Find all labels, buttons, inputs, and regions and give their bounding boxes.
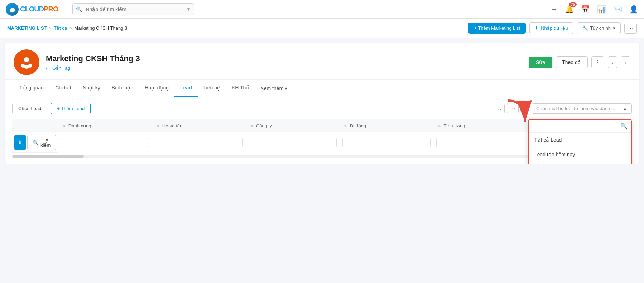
chon-lead-button[interactable]: Chọn Lead	[12, 103, 47, 114]
logo-icon	[6, 3, 19, 16]
tab-nhat-ky[interactable]: Nhật ký	[77, 80, 106, 97]
chevron-down-icon: ▼	[187, 7, 191, 12]
th-danh-xung[interactable]: ⇅ Danh xưng	[58, 119, 152, 132]
them-lead-button[interactable]: + Thêm Lead	[51, 103, 91, 114]
tab-lead[interactable]: Lead	[174, 80, 198, 97]
download-icon: ⬇	[535, 25, 539, 31]
breadcrumb-all[interactable]: Tất cả	[54, 25, 67, 31]
tab-chi-tiet[interactable]: Chi tiết	[49, 80, 77, 97]
th-cong-ty[interactable]: ⇅ Công ty	[246, 119, 340, 132]
bell-icon[interactable]: 🔔 75	[565, 5, 574, 14]
th-cong-ty-label: Công ty	[256, 123, 272, 128]
th-danh-xung-label: Danh xưng	[68, 123, 91, 128]
filter-placeholder-text: Chọn một bộ lọc để thêm vào danh ...	[536, 106, 623, 111]
breadcrumb-bar: MARKETING LIST > Tất cả > Marketing CKSH…	[0, 19, 644, 38]
nav-actions: ＋ 🔔 75 📅 📊 ✉️ 👤	[551, 4, 638, 14]
record-avatar	[14, 49, 39, 75]
search-input[interactable]	[72, 3, 194, 15]
tab-binh-luan[interactable]: Bình luận	[106, 80, 139, 97]
top-navigation: CLOUDPRO 🔍 ▼ ＋ 🔔 75 📅 📊 ✉️ 👤	[0, 0, 644, 19]
next-page-button[interactable]: ›	[521, 104, 529, 113]
svg-point-7	[28, 64, 32, 68]
sort-icon: ⇅	[156, 124, 159, 128]
tabs-row: Tổng quan Chi tiết Nhật ký Bình luận Hoạ…	[5, 80, 639, 97]
breadcrumb-sep1: >	[49, 25, 52, 31]
search-ho-va-ten-input[interactable]	[155, 138, 243, 147]
sort-icon: ⇅	[62, 124, 66, 128]
search-icon: 🔍	[76, 6, 82, 12]
svg-point-3	[11, 8, 13, 10]
more-actions-button[interactable]: ⋯	[507, 104, 519, 113]
tag-link[interactable]: 🏷 Gắn Tag	[46, 65, 140, 71]
tab-xem-them[interactable]: Xem thêm ▾	[255, 80, 293, 96]
tab-tong-quan[interactable]: Tổng quan	[14, 80, 49, 97]
record-title: Marketing CKSH Tháng 3	[46, 54, 140, 63]
tab-lien-he[interactable]: Liên hệ	[198, 80, 226, 97]
logo: CLOUDPRO	[6, 3, 58, 16]
filter-dropdown: Chọn một bộ lọc để thêm vào danh ... ▲ 🔍…	[532, 103, 632, 114]
prev-record-button[interactable]: ‹	[608, 56, 617, 68]
logo-text: CLOUDPRO	[20, 5, 58, 13]
tab-hoat-dong[interactable]: Hoạt động	[139, 80, 174, 97]
record-info: Marketing CKSH Tháng 3 🏷 Gắn Tag	[46, 54, 140, 71]
search-tinh-trang-cell	[433, 132, 527, 153]
th-tinh-trang[interactable]: ⇅ Tình trạng	[433, 119, 527, 132]
customize-label: Tùy chỉnh	[590, 25, 611, 31]
th-di-dong[interactable]: ⇅ Di động	[340, 119, 433, 132]
search-button[interactable]: 🔍 Tìm kiếm	[27, 135, 56, 150]
breadcrumb-root[interactable]: MARKETING LIST	[7, 25, 47, 31]
add-marketing-list-button[interactable]: + Thêm Marketing List	[468, 23, 526, 34]
wrench-icon: 🔧	[582, 25, 588, 31]
envelope-icon[interactable]: ✉️	[613, 5, 622, 14]
svg-point-4	[24, 57, 29, 62]
sort-icon: ⇅	[438, 124, 441, 128]
xem-them-label: Xem thêm	[260, 86, 283, 91]
download-button[interactable]: ⬇	[14, 135, 26, 150]
next-record-button[interactable]: ›	[621, 56, 630, 68]
lead-toolbar: Chọn Lead + Thêm Lead ‹ ⋯ › Chọn một bộ …	[12, 103, 632, 114]
plus-icon[interactable]: ＋	[551, 4, 558, 14]
th-checkbox	[12, 119, 58, 132]
follow-button[interactable]: Theo dõi	[556, 56, 587, 68]
scrollbar-thumb	[12, 155, 84, 158]
search-ho-va-ten-cell	[152, 132, 246, 153]
breadcrumb-current: Marketing CKSH Tháng 3	[74, 25, 127, 31]
search-di-dong-input[interactable]	[342, 138, 431, 147]
record-header: Marketing CKSH Tháng 3 🏷 Gắn Tag Sửa The…	[5, 43, 639, 80]
prev-page-button[interactable]: ‹	[496, 104, 504, 113]
th-ho-va-ten-label: Họ và tên	[162, 123, 182, 128]
chevron-down-icon: ▾	[613, 25, 615, 31]
calendar-icon[interactable]: 📅	[581, 5, 590, 14]
search-cong-ty-input[interactable]	[249, 138, 337, 147]
more-options-button[interactable]: ⋮	[591, 56, 604, 68]
dropdown-item-tat-ca-lead[interactable]: Tất cả Lead	[529, 133, 631, 147]
search-danh-xung-input[interactable]	[61, 138, 149, 147]
filter-input-wrap[interactable]: Chọn một bộ lọc để thêm vào danh ... ▲	[532, 103, 632, 114]
chevron-down-icon: ▾	[285, 86, 287, 91]
search-button-label: Tìm kiếm	[40, 137, 51, 148]
search-tinh-trang-input[interactable]	[436, 138, 524, 147]
sort-icon: ⇅	[250, 124, 253, 128]
chart-icon[interactable]: 📊	[597, 5, 606, 14]
th-ho-va-ten[interactable]: ⇅ Họ và tên	[152, 119, 246, 132]
search-actions-cell: ⬇ 🔍 Tìm kiếm	[12, 132, 58, 153]
notification-badge: 75	[569, 2, 577, 7]
customize-button[interactable]: 🔧 Tùy chỉnh ▾	[577, 22, 621, 34]
edit-button[interactable]: Sửa	[529, 57, 552, 68]
breadcrumb-nav-dots[interactable]: ⋯	[624, 23, 637, 34]
search-bar[interactable]: 🔍 ▼	[72, 3, 194, 15]
logo-area: CLOUDPRO	[6, 3, 58, 16]
main-content: Marketing CKSH Tháng 3 🏷 Gắn Tag Sửa The…	[5, 43, 639, 164]
dropdown-item-lead-tao-hom-nay[interactable]: Lead tạo hôm nay	[529, 147, 631, 162]
import-data-button[interactable]: ⬇ Nhập dữ liệu	[529, 22, 573, 34]
toolbar-right: ‹ ⋯ › Chọn một bộ lọc để thêm vào danh .…	[496, 103, 632, 114]
breadcrumb-sep2: >	[69, 25, 72, 31]
breadcrumb-actions: + Thêm Marketing List ⬇ Nhập dữ liệu 🔧 T…	[468, 22, 637, 34]
dropdown-item-lead-tao-tuan-nay[interactable]: Lead tạo tuần này	[529, 162, 631, 164]
tab-kh-tho[interactable]: KH Thổ	[226, 80, 255, 97]
sort-icon: ⇅	[344, 124, 347, 128]
user-icon[interactable]: 👤	[629, 5, 638, 14]
search-cong-ty-cell	[246, 132, 340, 153]
search-di-dong-cell	[340, 132, 433, 153]
record-actions: Sửa Theo dõi ⋮ ‹ ›	[529, 56, 630, 68]
